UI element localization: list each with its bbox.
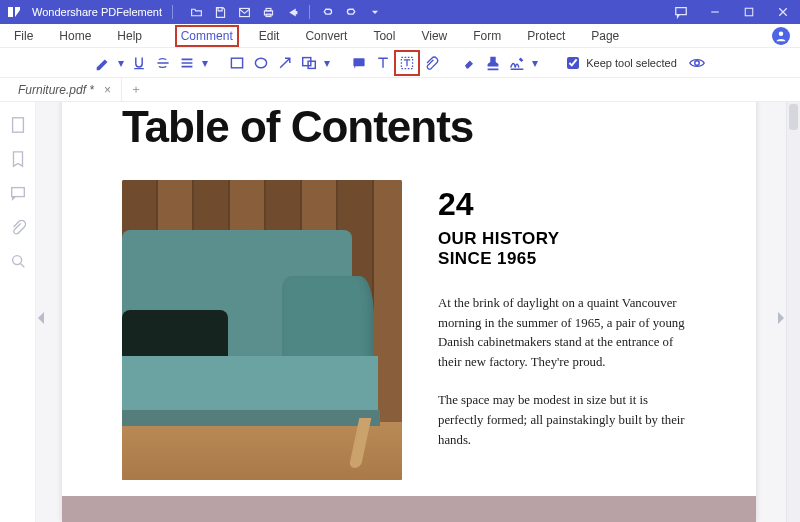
search-panel-icon[interactable] bbox=[9, 252, 27, 270]
page-footer-stripe bbox=[62, 496, 756, 522]
svg-rect-7 bbox=[232, 58, 243, 68]
section-number: 24 bbox=[438, 186, 696, 223]
highlight-tool-caret-icon[interactable]: ▾ bbox=[117, 56, 125, 70]
qat-more-icon[interactable] bbox=[368, 5, 382, 19]
window-minimize-button[interactable] bbox=[704, 2, 726, 22]
vertical-scrollbar[interactable] bbox=[786, 102, 800, 522]
svg-rect-2 bbox=[266, 8, 271, 10]
typewriter-tool-icon[interactable] bbox=[397, 53, 417, 73]
underline-tool-icon[interactable] bbox=[129, 53, 149, 73]
redo-icon[interactable] bbox=[344, 5, 358, 19]
eraser-tool-icon[interactable] bbox=[459, 53, 479, 73]
menu-home[interactable]: Home bbox=[55, 27, 95, 45]
arrow-shape-tool-icon[interactable] bbox=[275, 53, 295, 73]
menu-convert[interactable]: Convert bbox=[301, 27, 351, 45]
save-icon[interactable] bbox=[213, 5, 227, 19]
share-icon[interactable] bbox=[285, 5, 299, 19]
svg-rect-11 bbox=[354, 58, 365, 66]
menu-view[interactable]: View bbox=[417, 27, 451, 45]
user-avatar[interactable] bbox=[772, 27, 790, 45]
note-tool-icon[interactable] bbox=[349, 53, 369, 73]
print-icon[interactable] bbox=[261, 5, 275, 19]
document-tab-label: Furniture.pdf * bbox=[18, 83, 94, 97]
attachment-tool-icon[interactable] bbox=[421, 53, 441, 73]
hide-annotations-icon[interactable] bbox=[687, 53, 707, 73]
menu-edit[interactable]: Edit bbox=[255, 27, 284, 45]
signature-tool-caret-icon[interactable]: ▾ bbox=[531, 56, 539, 70]
document-page: Table of Contents 24 OUR HISTORY SINCE 1… bbox=[62, 102, 756, 522]
stamp-tool-icon[interactable] bbox=[483, 53, 503, 73]
email-icon[interactable] bbox=[237, 5, 251, 19]
more-shapes-caret-icon[interactable]: ▾ bbox=[323, 56, 331, 70]
bookmarks-icon[interactable] bbox=[9, 150, 27, 168]
squiggly-tool-icon[interactable] bbox=[177, 53, 197, 73]
svg-rect-10 bbox=[308, 61, 315, 68]
menu-help[interactable]: Help bbox=[113, 27, 146, 45]
keep-tool-selected-checkbox[interactable] bbox=[567, 57, 579, 69]
menu-page[interactable]: Page bbox=[587, 27, 623, 45]
svg-rect-0 bbox=[239, 8, 249, 16]
body-paragraph: At the brink of daylight on a quaint Van… bbox=[438, 294, 696, 373]
feedback-icon[interactable] bbox=[670, 2, 692, 22]
menu-file[interactable]: File bbox=[10, 27, 37, 45]
document-canvas[interactable]: Table of Contents 24 OUR HISTORY SINCE 1… bbox=[36, 102, 786, 522]
svg-rect-5 bbox=[745, 8, 753, 16]
svg-point-13 bbox=[695, 60, 700, 65]
svg-rect-15 bbox=[11, 188, 24, 197]
section-heading: OUR HISTORY SINCE 1965 bbox=[438, 229, 696, 270]
oval-shape-tool-icon[interactable] bbox=[251, 53, 271, 73]
tab-close-icon[interactable]: × bbox=[104, 83, 111, 97]
rectangle-shape-tool-icon[interactable] bbox=[227, 53, 247, 73]
signature-tool-icon[interactable] bbox=[507, 53, 527, 73]
svg-point-8 bbox=[256, 58, 267, 68]
window-close-button[interactable] bbox=[772, 2, 794, 22]
more-shapes-tool-icon[interactable] bbox=[299, 53, 319, 73]
svg-point-16 bbox=[12, 256, 21, 265]
menu-comment[interactable]: Comment bbox=[177, 27, 237, 45]
menubar: File Home Help Comment Edit Convert Tool… bbox=[0, 24, 800, 48]
app-logo-icon bbox=[6, 4, 22, 20]
open-folder-icon[interactable] bbox=[189, 5, 203, 19]
comments-panel-icon[interactable] bbox=[9, 184, 27, 202]
quick-access-toolbar bbox=[189, 5, 382, 19]
keep-tool-selected-toggle[interactable]: Keep tool selected bbox=[563, 54, 677, 72]
app-title: Wondershare PDFelement bbox=[32, 6, 162, 18]
page-title: Table of Contents bbox=[122, 102, 696, 152]
svg-rect-14 bbox=[12, 118, 23, 132]
titlebar: Wondershare PDFelement bbox=[0, 0, 800, 24]
strikethrough-tool-icon[interactable] bbox=[153, 53, 173, 73]
attachments-panel-icon[interactable] bbox=[9, 218, 27, 236]
menu-form[interactable]: Form bbox=[469, 27, 505, 45]
svg-point-6 bbox=[779, 31, 784, 36]
thumbnails-icon[interactable] bbox=[9, 116, 27, 134]
svg-rect-4 bbox=[676, 8, 687, 15]
comment-toolbar: ▾ ▾ ▾ ▾ Keep bbox=[0, 48, 800, 78]
squiggly-tool-caret-icon[interactable]: ▾ bbox=[201, 56, 209, 70]
section-image bbox=[122, 180, 402, 480]
left-sidebar bbox=[0, 102, 36, 522]
document-tab[interactable]: Furniture.pdf * × bbox=[8, 78, 122, 102]
keep-tool-selected-label: Keep tool selected bbox=[586, 57, 677, 69]
text-tool-icon[interactable] bbox=[373, 53, 393, 73]
highlight-tool-icon[interactable] bbox=[93, 53, 113, 73]
workspace: Table of Contents 24 OUR HISTORY SINCE 1… bbox=[0, 102, 800, 522]
menu-tool[interactable]: Tool bbox=[369, 27, 399, 45]
body-paragraph: The space may be modest in size but it i… bbox=[438, 391, 696, 450]
undo-icon[interactable] bbox=[320, 5, 334, 19]
window-maximize-button[interactable] bbox=[738, 2, 760, 22]
document-tab-bar: Furniture.pdf * × ＋ bbox=[0, 78, 800, 102]
menu-protect[interactable]: Protect bbox=[523, 27, 569, 45]
new-tab-button[interactable]: ＋ bbox=[122, 81, 150, 98]
